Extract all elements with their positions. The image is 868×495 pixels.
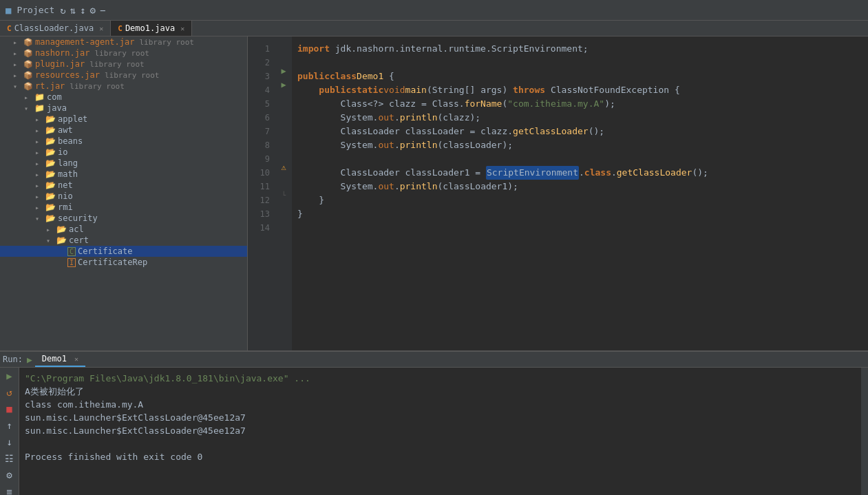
folder-icon-security: 📂 bbox=[45, 213, 56, 223]
tab-classloader[interactable]: C ClassLoader.java ✕ bbox=[0, 21, 111, 36]
jar-icon-resources: 📦 bbox=[23, 71, 33, 80]
bottom-content: ▶ ↺ ■ ↑ ↓ ☷ ⚙ ≡ "C:\Program Files\Java\j… bbox=[0, 368, 868, 495]
tree-item-java[interactable]: 📁 java bbox=[0, 103, 247, 114]
tree-item-math[interactable]: 📂 math bbox=[0, 169, 247, 180]
gutter-run-4[interactable]: ▶ bbox=[275, 78, 292, 92]
tree-arrow-rmi bbox=[35, 204, 43, 211]
folder-icon-io: 📂 bbox=[45, 147, 56, 157]
tree-arrow-management bbox=[13, 39, 21, 46]
sort-icon[interactable]: ⇅ bbox=[70, 5, 76, 16]
code-line-14 bbox=[292, 221, 868, 235]
run-icon-tab: ▶ bbox=[27, 355, 32, 365]
gutter-1 bbox=[275, 36, 292, 50]
tab-classloader-close[interactable]: ✕ bbox=[99, 25, 103, 32]
tree-item-nio[interactable]: 📂 nio bbox=[0, 191, 247, 202]
expand-icon[interactable]: ↕ bbox=[80, 5, 85, 16]
console-scrollbar[interactable] bbox=[861, 368, 868, 495]
tree-item-acl[interactable]: 📂 acl bbox=[0, 224, 247, 235]
tab-run-demo1[interactable]: Demo1 ✕ bbox=[35, 352, 85, 367]
code-line-13: } bbox=[292, 207, 868, 221]
code-line-8: System.out.println(classLoader); bbox=[292, 138, 868, 152]
tree-arrow-nio bbox=[35, 193, 43, 200]
layout-icon[interactable]: ≡ bbox=[6, 486, 12, 495]
tab-demo1-label: Demo1.java bbox=[125, 23, 175, 33]
tree-arrow-awt bbox=[35, 127, 43, 134]
tree-item-nashorn-jar[interactable]: 📦 nashorn.jar library root bbox=[0, 48, 247, 59]
tree-arrow-rt bbox=[13, 83, 21, 90]
bottom-sidebar: ▶ ↺ ■ ↑ ↓ ☷ ⚙ ≡ bbox=[0, 368, 19, 495]
code-area[interactable]: import jdk.nashorn.internal.runtime.Scri… bbox=[292, 36, 868, 350]
tree-item-applet[interactable]: 📂 applet bbox=[0, 114, 247, 125]
package-icon-java: 📁 bbox=[34, 103, 45, 113]
folder-icon-acl: 📂 bbox=[56, 224, 67, 234]
gutter-7 bbox=[275, 119, 292, 133]
gutter-run-3[interactable]: ▶ bbox=[275, 64, 292, 78]
play-icon[interactable]: ▶ bbox=[6, 370, 12, 381]
tree-item-resources-jar[interactable]: 📦 resources.jar library root bbox=[0, 70, 247, 81]
code-line-12: } bbox=[292, 193, 868, 207]
console-line-1: "C:\Program Files\Java\jdk1.8.0_181\bin\… bbox=[25, 372, 856, 385]
gutter-13 bbox=[275, 202, 292, 215]
gutter-bulb-10[interactable]: ⚠ bbox=[275, 160, 292, 174]
tree-arrow-nashorn bbox=[13, 50, 21, 57]
filter-icon[interactable]: ☷ bbox=[5, 453, 14, 464]
tab-classloader-label: ClassLoader.java bbox=[14, 23, 94, 33]
tree-arrow-acl bbox=[46, 226, 54, 233]
console-line-2: A类被初始化了 bbox=[25, 385, 856, 398]
tree-arrow-lang bbox=[35, 160, 43, 167]
editor-gutter: ▶ ▶ ⚠ └ bbox=[275, 36, 292, 350]
minimize-icon[interactable]: − bbox=[100, 5, 105, 16]
code-line-10: ClassLoader classLoader1 = ScriptEnviron… bbox=[292, 166, 868, 180]
tree-item-lang[interactable]: 📂 lang bbox=[0, 158, 247, 169]
bulb-icon-10: ⚠ bbox=[281, 162, 286, 172]
scroll-up-icon[interactable]: ↑ bbox=[6, 420, 12, 431]
settings-run-icon[interactable]: ⚙ bbox=[6, 470, 12, 481]
tree-arrow-applet bbox=[35, 116, 43, 123]
sync-icon[interactable]: ↻ bbox=[60, 5, 65, 16]
code-line-11: System.out.println(classLoader1); bbox=[292, 180, 868, 193]
tree-item-beans[interactable]: 📂 beans bbox=[0, 136, 247, 147]
tree-item-rmi[interactable]: 📂 rmi bbox=[0, 202, 247, 213]
gutter-9 bbox=[275, 147, 292, 160]
tree-item-cert[interactable]: 📂 cert bbox=[0, 235, 247, 246]
tree-item-rt-jar[interactable]: 📦 rt.jar library root bbox=[0, 81, 247, 92]
jar-icon: 📦 bbox=[23, 38, 33, 47]
tree-item-io[interactable]: 📂 io bbox=[0, 147, 247, 158]
tree-arrow-net bbox=[35, 182, 43, 189]
editor-content: 1 2 3 4 5 6 7 8 9 10 11 12 13 14 ▶ ▶ bbox=[248, 36, 868, 350]
tree-item-certificaterep[interactable]: I CertificateRep bbox=[0, 257, 247, 268]
tree-item-com[interactable]: 📁 com bbox=[0, 92, 247, 103]
tree-item-certificate[interactable]: C Certificate bbox=[0, 246, 247, 257]
line-numbers: 1 2 3 4 5 6 7 8 9 10 11 12 13 14 bbox=[248, 36, 275, 350]
toolbar-icons: ↻ ⇅ ↕ ⚙ − bbox=[60, 5, 105, 16]
bottom-panel: Run: ▶ Demo1 ✕ ▶ ↺ ■ ↑ ↓ ☷ ⚙ ≡ "C:\Progr… bbox=[0, 350, 868, 495]
tree-arrow-resources bbox=[13, 72, 21, 79]
folder-icon-net: 📂 bbox=[45, 180, 56, 190]
code-line-3: public class Demo1 { bbox=[292, 70, 868, 83]
rerun-icon[interactable]: ↺ bbox=[6, 387, 12, 398]
gutter-5 bbox=[275, 92, 292, 105]
scroll-down-icon[interactable]: ↓ bbox=[6, 436, 12, 447]
editor: 1 2 3 4 5 6 7 8 9 10 11 12 13 14 ▶ ▶ bbox=[248, 36, 868, 350]
tree-item-management-jar[interactable]: 📦 management-agent.jar library root bbox=[0, 36, 247, 48]
tree-item-net[interactable]: 📂 net bbox=[0, 180, 247, 191]
gutter-2 bbox=[275, 50, 292, 64]
bottom-tab-close[interactable]: ✕ bbox=[74, 355, 78, 363]
class-icon-certificate: C bbox=[67, 247, 76, 256]
folder-icon-lang: 📂 bbox=[45, 158, 56, 168]
tree-item-plugin-jar[interactable]: 📦 plugin.jar library root bbox=[0, 59, 247, 70]
tree-item-security[interactable]: 📂 security bbox=[0, 213, 247, 224]
tab-bar: C ClassLoader.java ✕ C Demo1.java ✕ bbox=[0, 21, 868, 36]
code-line-9 bbox=[292, 152, 868, 166]
code-line-2 bbox=[292, 56, 868, 70]
settings-icon[interactable]: ⚙ bbox=[90, 5, 96, 16]
code-line-4: public static void main(String[] args) t… bbox=[292, 83, 868, 97]
tab-demo1-close[interactable]: ✕ bbox=[180, 25, 184, 32]
tab-demo1[interactable]: C Demo1.java ✕ bbox=[111, 21, 192, 36]
tree-item-awt[interactable]: 📂 awt bbox=[0, 125, 247, 136]
tree-arrow-math bbox=[35, 171, 43, 178]
tree-arrow-com bbox=[24, 94, 32, 101]
gutter-indent-12: └ bbox=[275, 188, 292, 202]
project-icon: ■ bbox=[6, 5, 11, 16]
stop-icon[interactable]: ■ bbox=[6, 403, 12, 414]
